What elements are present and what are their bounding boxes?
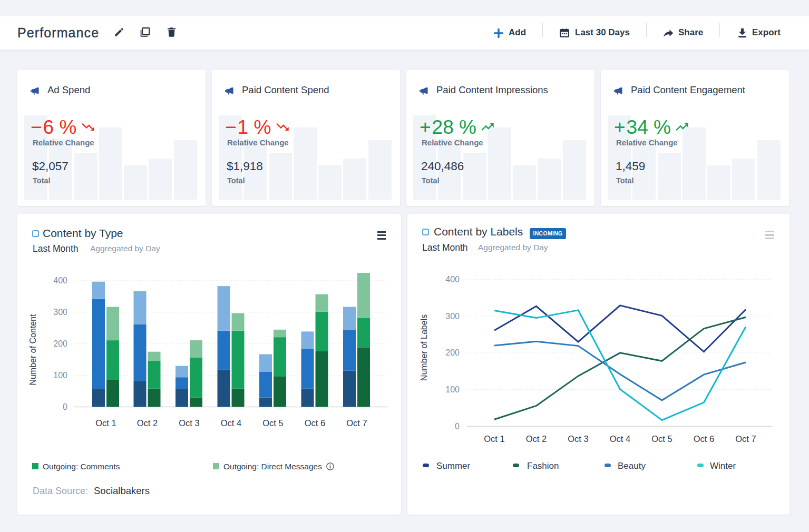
svg-text:Oct 7: Oct 7 — [735, 434, 756, 444]
svg-text:0: 0 — [455, 422, 460, 431]
svg-text:Oct 6: Oct 6 — [694, 434, 714, 444]
svg-text:Number of Labels: Number of Labels — [420, 314, 428, 381]
svg-text:Oct 6: Oct 6 — [305, 418, 325, 428]
svg-text:200: 200 — [53, 339, 67, 348]
svg-text:0: 0 — [63, 402, 67, 411]
svg-text:Oct 5: Oct 5 — [262, 418, 283, 428]
svg-text:Oct 1: Oct 1 — [484, 434, 504, 444]
svg-text:Oct 5: Oct 5 — [651, 434, 672, 444]
svg-text:Oct 4: Oct 4 — [610, 434, 630, 444]
svg-text:Oct 2: Oct 2 — [137, 418, 158, 428]
svg-text:Oct 4: Oct 4 — [221, 418, 241, 428]
svg-text:200: 200 — [445, 348, 460, 357]
svg-text:Oct 1: Oct 1 — [95, 418, 116, 428]
svg-text:Oct 7: Oct 7 — [346, 418, 367, 428]
svg-text:100: 100 — [445, 385, 460, 394]
svg-text:Oct 2: Oct 2 — [526, 434, 547, 444]
svg-text:400: 400 — [445, 275, 460, 284]
svg-text:300: 300 — [445, 312, 460, 321]
svg-text:Number of Content: Number of Content — [28, 314, 37, 386]
svg-text:300: 300 — [53, 308, 67, 317]
svg-text:Oct 3: Oct 3 — [179, 418, 199, 428]
svg-text:400: 400 — [53, 276, 67, 285]
svg-text:100: 100 — [53, 371, 67, 380]
svg-text:Oct 3: Oct 3 — [568, 434, 588, 444]
